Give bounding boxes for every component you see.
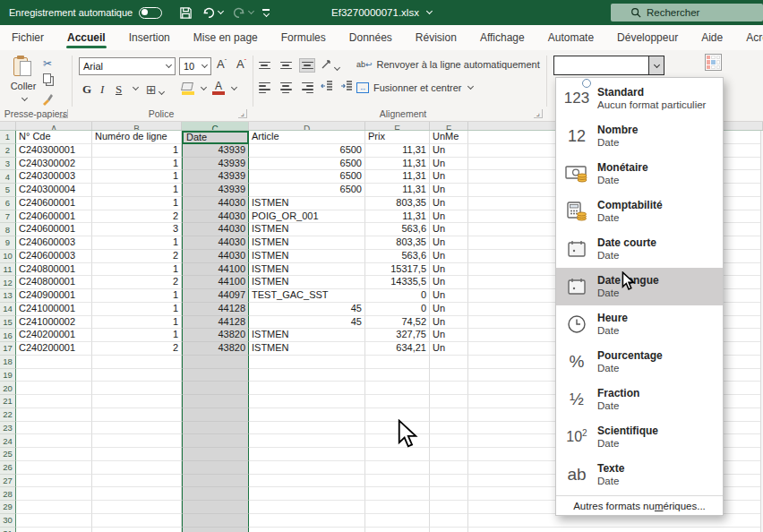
cell-C13[interactable]: 44097 bbox=[182, 289, 249, 303]
cell-A16[interactable]: C240200001 bbox=[16, 329, 92, 342]
cell-E27[interactable] bbox=[365, 475, 430, 488]
cell-B16[interactable]: 1 bbox=[92, 329, 182, 342]
cell-D20[interactable] bbox=[249, 382, 365, 395]
cell-C11[interactable]: 44100 bbox=[182, 263, 249, 277]
cell-C23[interactable] bbox=[182, 422, 249, 435]
align-middle-button[interactable] bbox=[278, 58, 294, 73]
customize-quick-access-button[interactable] bbox=[260, 7, 272, 18]
row-header-24[interactable]: 24 bbox=[0, 434, 16, 448]
cell-A13[interactable]: C240900001 bbox=[16, 289, 92, 303]
align-bottom-button[interactable] bbox=[299, 58, 315, 73]
row-header-9[interactable]: 9 bbox=[0, 236, 16, 250]
cell-D6[interactable]: ISTMEN bbox=[249, 197, 365, 210]
cell-B24[interactable] bbox=[92, 434, 182, 448]
cell-F20[interactable] bbox=[430, 382, 468, 395]
number-format-combobox[interactable] bbox=[553, 56, 664, 75]
cell-B20[interactable] bbox=[92, 382, 182, 395]
cell-A30[interactable] bbox=[16, 514, 92, 528]
cell-C3[interactable]: 43939 bbox=[182, 158, 249, 171]
column-header-F[interactable]: F bbox=[430, 122, 468, 130]
cell-A22[interactable] bbox=[16, 408, 92, 422]
cell-B18[interactable] bbox=[92, 356, 182, 369]
cell-E17[interactable]: 634,21 bbox=[365, 342, 430, 356]
row-header-6[interactable]: 6 bbox=[0, 197, 16, 210]
row-header-2[interactable]: 2 bbox=[0, 144, 16, 158]
cell-F21[interactable] bbox=[430, 395, 468, 408]
cell-D7[interactable]: POIG_OR_001 bbox=[249, 210, 365, 224]
column-header-A[interactable]: A bbox=[16, 122, 92, 130]
cell-E10[interactable]: 563,6 bbox=[365, 250, 430, 263]
row-header-3[interactable]: 3 bbox=[0, 158, 16, 171]
cell-E31[interactable] bbox=[365, 528, 430, 532]
cell-A4[interactable]: C240300003 bbox=[16, 170, 92, 184]
menu-item-texte[interactable]: ab TexteDate bbox=[556, 456, 723, 493]
menu-item-monetaire[interactable]: MonétaireDate bbox=[556, 155, 723, 193]
cell-C20[interactable] bbox=[182, 382, 249, 395]
row-header-7[interactable]: 7 bbox=[0, 210, 16, 224]
save-button[interactable] bbox=[176, 4, 195, 21]
cell-G31[interactable] bbox=[468, 528, 763, 532]
cell-E14[interactable]: 0 bbox=[365, 303, 430, 316]
cell-C28[interactable] bbox=[182, 487, 249, 501]
cell-A17[interactable]: C240200001 bbox=[16, 342, 92, 356]
cell-B4[interactable]: 1 bbox=[92, 170, 182, 184]
cell-A29[interactable] bbox=[16, 501, 92, 514]
alignment-dialog-launcher[interactable]: ⌟ bbox=[534, 109, 543, 118]
cell-A9[interactable]: C240600003 bbox=[16, 236, 92, 250]
cell-A12[interactable]: C240800001 bbox=[16, 276, 92, 289]
cell-F12[interactable]: Un bbox=[430, 276, 468, 289]
menu-item-standard[interactable]: 123 StandardAucun format particulier bbox=[556, 80, 723, 117]
cell-E26[interactable] bbox=[365, 461, 430, 475]
align-center-button[interactable] bbox=[278, 81, 294, 95]
cell-D5[interactable]: 6500 bbox=[249, 184, 365, 197]
cell-F4[interactable]: Un bbox=[430, 170, 468, 184]
row-header-23[interactable]: 23 bbox=[0, 422, 16, 435]
tab-affichage[interactable]: Affichage bbox=[468, 26, 536, 49]
cell-E19[interactable] bbox=[365, 369, 430, 382]
cell-E2[interactable]: 11,31 bbox=[365, 144, 430, 158]
cell-C8[interactable]: 44030 bbox=[182, 223, 249, 236]
cell-E29[interactable] bbox=[365, 501, 430, 514]
cell-F28[interactable] bbox=[430, 487, 468, 501]
cell-B6[interactable]: 1 bbox=[92, 197, 182, 210]
cell-D9[interactable]: ISTMEN bbox=[249, 236, 365, 250]
cell-B23[interactable] bbox=[92, 422, 182, 435]
cell-C16[interactable]: 43820 bbox=[182, 329, 249, 342]
number-format-dropdown-button[interactable] bbox=[648, 56, 664, 74]
cell-F18[interactable] bbox=[430, 356, 468, 369]
cell-E3[interactable]: 11,31 bbox=[365, 158, 430, 171]
row-header-10[interactable]: 10 bbox=[0, 250, 16, 263]
cell-F24[interactable] bbox=[430, 434, 468, 448]
cell-F16[interactable]: Un bbox=[430, 329, 468, 342]
format-painter-button[interactable] bbox=[41, 93, 54, 107]
cell-D16[interactable]: ISTMEN bbox=[249, 329, 365, 342]
cell-F19[interactable] bbox=[430, 369, 468, 382]
cell-A21[interactable] bbox=[16, 395, 92, 408]
cell-B15[interactable]: 1 bbox=[92, 316, 182, 330]
cell-A14[interactable]: C241000001 bbox=[16, 303, 92, 316]
cell-B9[interactable]: 1 bbox=[92, 236, 182, 250]
cell-D19[interactable] bbox=[249, 369, 365, 382]
cell-D18[interactable] bbox=[249, 356, 365, 369]
cell-D15[interactable]: 45 bbox=[249, 316, 365, 330]
borders-button[interactable]: ⊞ bbox=[146, 82, 164, 97]
select-all-corner[interactable] bbox=[0, 122, 16, 130]
cell-F15[interactable]: Un bbox=[430, 316, 468, 330]
column-header-B[interactable]: B bbox=[92, 122, 182, 130]
italic-button[interactable]: I bbox=[100, 82, 104, 97]
cell-C24[interactable] bbox=[182, 434, 249, 448]
cell-F9[interactable]: Un bbox=[430, 236, 468, 250]
cell-D12[interactable]: ISTMEN bbox=[249, 276, 365, 289]
cell-D25[interactable] bbox=[249, 448, 365, 461]
row-header-19[interactable]: 19 bbox=[0, 369, 16, 382]
tab-insertion[interactable]: Insertion bbox=[117, 26, 182, 49]
menu-item-heure[interactable]: HeureDate bbox=[556, 305, 723, 343]
column-header-E[interactable]: E bbox=[365, 122, 430, 130]
cell-E13[interactable]: 0 bbox=[365, 289, 430, 303]
cell-E24[interactable] bbox=[365, 434, 430, 448]
cut-button[interactable]: ✂ bbox=[43, 57, 52, 70]
row-header-14[interactable]: 14 bbox=[0, 303, 16, 316]
column-header-C[interactable]: C bbox=[182, 122, 249, 130]
cell-F2[interactable]: Un bbox=[430, 144, 468, 158]
cell-C30[interactable] bbox=[182, 514, 249, 528]
